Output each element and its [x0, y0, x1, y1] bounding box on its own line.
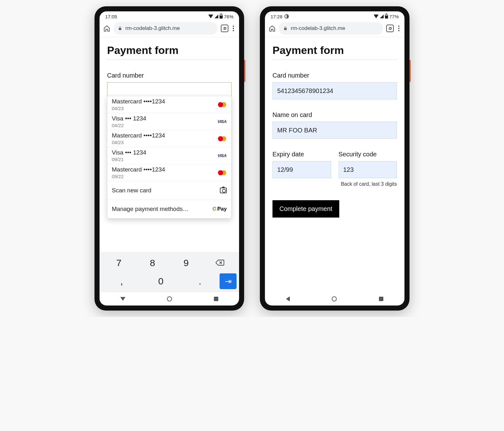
mastercard-icon [217, 136, 227, 142]
signal-icon [380, 15, 384, 18]
key-comma[interactable]: , [102, 273, 141, 290]
card-number-input[interactable] [272, 82, 397, 99]
manage-methods-label: Manage payment methods… [112, 202, 213, 216]
autofill-card-expiry: 09/22 [112, 174, 217, 179]
autofill-card-expiry: 09/21 [112, 157, 217, 162]
autofill-card-title: Mastercard ••••1234 [112, 132, 217, 139]
home-icon[interactable] [103, 25, 110, 32]
autofill-manage-methods[interactable]: Manage payment methods…G Pay [107, 200, 231, 218]
overflow-menu-icon[interactable] [397, 26, 401, 31]
autofill-card-row[interactable]: Visa ••• 1234 09/21 VISA [107, 147, 231, 164]
visa-icon: VISA [217, 153, 227, 159]
battery-icon [220, 14, 223, 19]
nav-back-icon[interactable] [120, 297, 125, 301]
expiry-input[interactable] [272, 161, 331, 178]
mastercard-icon [217, 170, 227, 176]
gpay-icon: G Pay [213, 206, 227, 212]
card-number-label: Card number [107, 72, 232, 79]
battery-level: 77% [389, 14, 399, 19]
visa-icon: VISA [217, 119, 227, 125]
autofill-card-row[interactable]: Mastercard ••••1234 09/22 [107, 164, 231, 181]
autofill-card-expiry: 04/23 [112, 106, 217, 111]
expiry-label: Expiry date [272, 151, 331, 158]
screen-left: 17:05 76% rm-codelab-3.glitch.me :D [100, 11, 239, 306]
name-on-card-label: Name on card [272, 111, 397, 119]
card-number-label: Card number [272, 72, 397, 79]
wifi-icon [374, 15, 379, 18]
nav-back-icon[interactable] [286, 296, 290, 301]
autofill-card-row[interactable]: Mastercard ••••1234 04/23 [107, 130, 231, 147]
camera-icon [220, 188, 227, 193]
page-content-right: Payment form Card number Name on card Ex… [265, 37, 404, 292]
url-text: rm-codelab-3.glitch.me [125, 25, 180, 32]
overflow-menu-icon[interactable] [232, 26, 235, 31]
security-code-input[interactable] [339, 161, 397, 178]
status-time: 17:28 [271, 14, 283, 19]
battery-level: 76% [224, 14, 233, 19]
name-on-card-input[interactable] [272, 122, 397, 139]
system-nav [100, 292, 239, 306]
phone-mock-right: 17:28 77% rm-codelab-3.glitch.me :D [260, 6, 410, 311]
status-bar: 17:28 77% [265, 11, 404, 21]
mastercard-icon [217, 102, 227, 108]
numeric-keyboard: 7 8 9 , 0 . [100, 252, 239, 292]
autofill-card-title: Mastercard ••••1234 [112, 166, 217, 173]
battery-icon [385, 14, 388, 19]
autofill-dropdown: Mastercard ••••1234 04/23 Visa ••• 1234 … [107, 96, 232, 218]
tabs-button[interactable]: :D [221, 25, 228, 32]
autofill-scan-card[interactable]: Scan new card [107, 181, 231, 200]
url-bar[interactable]: rm-codelab-3.glitch.me [113, 22, 218, 35]
nav-recent-icon[interactable] [214, 297, 218, 301]
nav-home-icon[interactable] [332, 296, 337, 301]
page-title: Payment form [107, 44, 232, 60]
key-enter[interactable] [220, 273, 237, 289]
key-7[interactable]: 7 [102, 254, 136, 271]
autofill-card-title: Visa ••• 1234 [112, 115, 217, 122]
autofill-card-row[interactable]: Mastercard ••••1234 04/23 [107, 96, 231, 113]
nav-recent-icon[interactable] [379, 297, 383, 301]
scan-card-label: Scan new card [112, 183, 220, 198]
nav-home-icon[interactable] [167, 296, 172, 301]
key-backspace[interactable] [203, 254, 237, 271]
status-bar: 17:05 76% [100, 11, 239, 21]
page-content-left: Payment form Card number Mastercard ••••… [100, 37, 239, 252]
browser-toolbar: rm-codelab-3.glitch.me :D [100, 21, 239, 37]
security-code-label: Security code [339, 151, 397, 158]
autofill-card-title: Mastercard ••••1234 [112, 98, 217, 105]
phone-mock-left: 17:05 76% rm-codelab-3.glitch.me :D [94, 6, 244, 311]
browser-toolbar: rm-codelab-3.glitch.me :D [265, 21, 404, 37]
key-0[interactable]: 0 [141, 273, 180, 290]
url-text: rm-codelab-3.glitch.me [291, 25, 345, 32]
data-saver-icon [284, 14, 289, 19]
autofill-card-row[interactable]: Visa ••• 1234 04/22 VISA [107, 113, 231, 130]
key-dot[interactable]: . [180, 273, 220, 290]
status-time: 17:05 [105, 14, 117, 19]
home-icon[interactable] [269, 25, 276, 32]
lock-icon [283, 26, 288, 31]
key-8[interactable]: 8 [136, 254, 169, 271]
page-title: Payment form [272, 44, 397, 60]
complete-payment-button[interactable]: Complete payment [272, 200, 339, 218]
tabs-button[interactable]: :D [386, 25, 394, 32]
key-9[interactable]: 9 [169, 254, 203, 271]
screen-right: 17:28 77% rm-codelab-3.glitch.me :D [265, 11, 404, 306]
autofill-card-title: Visa ••• 1234 [112, 149, 217, 156]
autofill-card-expiry: 04/23 [112, 140, 217, 145]
security-code-hint: Back of card, last 3 digits [339, 181, 397, 187]
url-bar[interactable]: rm-codelab-3.glitch.me [279, 22, 383, 35]
signal-icon [215, 15, 218, 18]
wifi-icon [208, 15, 213, 18]
autofill-card-expiry: 04/22 [112, 123, 217, 128]
lock-icon [118, 26, 122, 31]
system-nav [265, 292, 404, 306]
